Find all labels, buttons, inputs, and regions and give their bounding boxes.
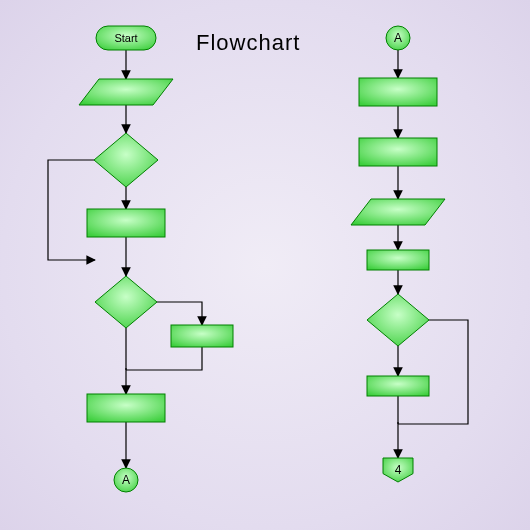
flowchart-canvas: StartAA4 bbox=[0, 0, 530, 530]
process-shape bbox=[367, 376, 429, 396]
node-label: Start bbox=[114, 32, 137, 44]
decision-shape bbox=[367, 294, 429, 346]
node-p1_side bbox=[171, 325, 233, 347]
node-p2_dec bbox=[367, 294, 429, 346]
flow-edge bbox=[126, 347, 202, 370]
node-p2_proc3 bbox=[367, 250, 429, 270]
node-label: A bbox=[394, 31, 402, 45]
node-p2_proc4 bbox=[367, 376, 429, 396]
node-p1_proc2 bbox=[87, 394, 165, 422]
node-p2_conn_a: A bbox=[386, 26, 410, 50]
node-label: A bbox=[122, 473, 130, 487]
node-p2_off: 4 bbox=[383, 458, 413, 482]
io-shape bbox=[351, 199, 445, 225]
node-label: 4 bbox=[395, 463, 402, 477]
process-shape bbox=[359, 138, 437, 166]
io-shape bbox=[79, 79, 173, 105]
diagram-title: Flowchart bbox=[196, 30, 300, 56]
node-start: Start bbox=[96, 26, 156, 50]
node-p1_io bbox=[79, 79, 173, 105]
decision-shape bbox=[95, 276, 157, 328]
flow-edge bbox=[157, 302, 202, 325]
node-p1_proc1 bbox=[87, 209, 165, 237]
node-p2_io bbox=[351, 199, 445, 225]
node-p1_dec2 bbox=[95, 276, 157, 328]
nodes-layer: StartAA4 bbox=[79, 26, 445, 492]
process-shape bbox=[87, 394, 165, 422]
node-p2_proc1 bbox=[359, 78, 437, 106]
process-shape bbox=[367, 250, 429, 270]
process-shape bbox=[87, 209, 165, 237]
process-shape bbox=[171, 325, 233, 347]
node-p2_proc2 bbox=[359, 138, 437, 166]
process-shape bbox=[359, 78, 437, 106]
node-p1_conn_a: A bbox=[114, 468, 138, 492]
decision-shape bbox=[94, 133, 158, 187]
node-p1_dec1 bbox=[94, 133, 158, 187]
